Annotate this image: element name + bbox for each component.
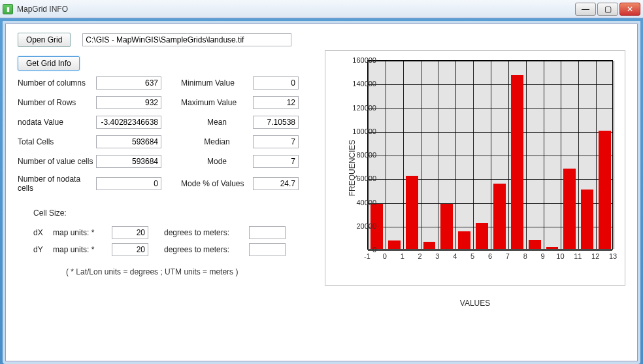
chart-x-tick: -1 (361, 252, 374, 260)
chart-bar (458, 231, 470, 249)
chart-plot-area (367, 60, 613, 250)
chart-x-tick: 12 (589, 252, 602, 260)
cell-size-section: Cell Size: dX map units: * degrees to me… (18, 208, 316, 276)
dy-deg2m-input[interactable] (249, 243, 286, 256)
modepct-label: Mode % of Values (181, 179, 253, 188)
dx-deg2m-label: degrees to meters: (164, 228, 249, 237)
left-pane: Open Grid Get Grid Info Number of column… (18, 32, 316, 353)
rows-value[interactable] (96, 96, 161, 109)
chart-bar (493, 184, 506, 249)
chart-bar (581, 190, 593, 249)
mode-label: Mode (181, 157, 253, 166)
chart-bar (546, 247, 559, 249)
chart-y-tick: 20000 (346, 222, 376, 230)
chart-bar (476, 223, 488, 249)
open-grid-button[interactable]: Open Grid (18, 33, 71, 47)
chart-y-tick: 80000 (346, 151, 376, 159)
chart-x-tick: 13 (606, 252, 619, 260)
main-panel: Open Grid Get Grid Info Number of column… (5, 24, 638, 361)
chart-bar (511, 75, 523, 249)
rows-label: Number of Rows (18, 98, 96, 107)
chart-bar (388, 240, 401, 249)
nodata-value[interactable] (96, 116, 161, 129)
minimize-button[interactable]: — (575, 3, 596, 16)
chart-x-tick: 10 (553, 252, 567, 260)
window-controls: — ▢ ✕ (575, 3, 640, 16)
cols-label: Number of columns (18, 78, 96, 88)
grid-path-input[interactable] (82, 33, 291, 46)
dy-input[interactable] (112, 243, 148, 256)
total-value[interactable] (96, 135, 161, 148)
chart-y-tick: 40000 (346, 199, 376, 207)
dx-deg2m-input[interactable] (249, 226, 286, 239)
chart-y-tick: 120000 (346, 104, 376, 112)
median-label: Median (181, 137, 253, 146)
chart-y-label: FREQUENCIES (348, 140, 357, 197)
min-value[interactable] (253, 76, 299, 90)
maximize-button[interactable]: ▢ (597, 3, 618, 16)
max-label: Maximum Value (181, 98, 253, 107)
mean-value[interactable] (253, 116, 299, 129)
mean-label: Mean (181, 118, 253, 127)
get-grid-info-button[interactable]: Get Grid Info (18, 56, 80, 71)
min-label: Minimum Value (181, 78, 253, 88)
chart-x-tick: 7 (501, 252, 514, 260)
chart-x-tick: 11 (571, 252, 584, 260)
chart-y-tick: 60000 (346, 174, 376, 182)
chart-x-tick: 2 (414, 252, 427, 260)
chart-y-tick: 140000 (346, 80, 376, 88)
chart-x-tick: 5 (466, 252, 479, 260)
stats-grid: Number of columns Minimum Value Number o… (18, 76, 316, 193)
chart-bar (563, 169, 576, 249)
chart-y-tick: 100000 (346, 127, 376, 135)
cols-value[interactable] (96, 76, 161, 90)
total-label: Total Cells (18, 137, 96, 146)
nodata-label: nodata Value (18, 118, 96, 127)
dy-units-label: map units: * (53, 245, 112, 254)
chart-bar (406, 176, 418, 249)
chart-bar (440, 204, 453, 249)
max-value[interactable] (253, 96, 299, 109)
units-note: ( * Lat/Lon units = degrees ; UTM units … (33, 267, 316, 276)
chart-x-tick: 4 (448, 252, 461, 260)
close-button[interactable]: ✕ (619, 3, 640, 16)
app-icon: ▮ (3, 4, 13, 14)
cellsize-title: Cell Size: (33, 208, 316, 218)
chart-bar (423, 242, 436, 249)
valuecells-value[interactable] (96, 155, 161, 168)
chart-x-tick: 8 (519, 252, 532, 260)
chart-bar (529, 240, 541, 249)
nodatacells-label: Number of nodata cells (18, 174, 96, 193)
median-value[interactable] (253, 135, 299, 148)
dy-label: dY (33, 245, 53, 254)
dy-deg2m-label: degrees to meters: (164, 245, 249, 254)
chart-x-label: VALUES (325, 299, 625, 308)
chart-x-tick: 6 (484, 252, 497, 260)
histogram-chart: FREQUENCIES 0200004000060000800001000001… (325, 50, 625, 286)
chart-x-tick: 9 (536, 252, 550, 260)
dx-label: dX (33, 228, 53, 237)
chart-y-tick: 160000 (346, 56, 376, 64)
valuecells-label: Number of value cells (18, 157, 96, 166)
title-bar: ▮ MapGrid INFO — ▢ ✕ (0, 0, 643, 18)
mode-value[interactable] (253, 155, 299, 168)
window-title: MapGrid INFO (17, 5, 575, 14)
chart-bar (599, 131, 611, 249)
chart-x-tick: 3 (431, 252, 444, 260)
dx-units-label: map units: * (53, 228, 112, 237)
chart-x-tick: 0 (378, 252, 391, 260)
dx-input[interactable] (112, 226, 148, 239)
nodatacells-value[interactable] (96, 177, 161, 190)
chart-host: FREQUENCIES 0200004000060000800001000001… (325, 32, 625, 353)
modepct-value[interactable] (253, 177, 299, 190)
chart-x-tick: 1 (396, 252, 409, 260)
window-frame: Open Grid Get Grid Info Number of column… (3, 21, 640, 364)
